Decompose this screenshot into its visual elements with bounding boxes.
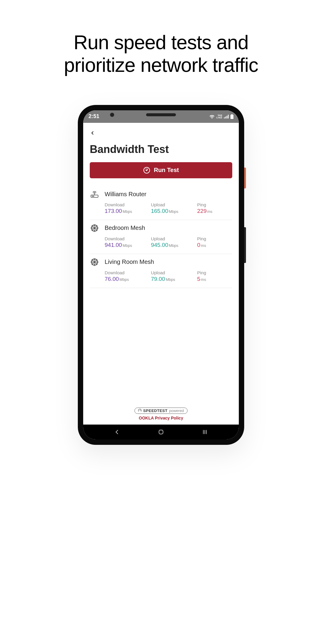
phone-speaker [146, 113, 176, 116]
svg-rect-0 [224, 117, 225, 118]
signal-icon [224, 114, 229, 119]
download-unit: Mbps [123, 243, 132, 248]
speedtest-gauge-icon [138, 409, 142, 412]
wifi-icon [209, 114, 215, 119]
download-label: Download [105, 270, 148, 275]
upload-label: Upload [151, 202, 195, 207]
ping-unit: ms [207, 209, 212, 214]
status-icons: Vo)) LTE2 [209, 114, 233, 119]
svg-point-13 [92, 196, 93, 196]
nav-recents-icon[interactable] [202, 429, 208, 435]
download-value: 76.00 [105, 276, 119, 282]
ping-unit: ms [201, 277, 206, 282]
upload-value: 945.00 [151, 242, 168, 248]
upload-value: 165.00 [151, 208, 168, 214]
download-unit: Mbps [123, 209, 132, 214]
ping-value: 229 [197, 208, 207, 214]
ping-value: 5 [197, 276, 200, 282]
speedtest-brand: SPEEDTEST [143, 408, 168, 413]
svg-rect-43 [159, 430, 163, 434]
mesh-icon [90, 258, 99, 266]
mesh-icon [90, 224, 99, 232]
device-name: Bedroom Mesh [105, 225, 145, 231]
nav-home-icon[interactable] [158, 429, 164, 435]
status-lte: LTE2 [216, 117, 222, 119]
download-label: Download [105, 202, 148, 207]
ping-unit: ms [201, 243, 206, 248]
download-value: 941.00 [105, 242, 122, 248]
svg-point-14 [93, 196, 94, 196]
router-icon [90, 191, 99, 198]
status-bar: 2:51 Vo)) LTE2 [83, 110, 239, 123]
svg-rect-3 [228, 115, 229, 118]
device-row: Living Room Mesh Download 76.00Mbps Uplo… [90, 254, 232, 288]
upload-label: Upload [151, 270, 195, 275]
ping-label: Ping [197, 270, 232, 275]
phone-power-button [244, 168, 246, 188]
upload-unit: Mbps [169, 243, 178, 248]
page-title: Bandwidth Test [90, 143, 232, 156]
svg-line-10 [145, 169, 146, 169]
android-nav-bar [83, 425, 239, 439]
device-name: Williams Router [105, 191, 146, 198]
nav-back-icon[interactable] [114, 429, 120, 435]
download-label: Download [105, 236, 148, 241]
footer: SPEEDTEST powered OOKLA Privacy Policy [90, 408, 232, 425]
upload-unit: Mbps [166, 277, 175, 282]
gauge-icon [143, 167, 150, 174]
battery-icon [230, 114, 233, 119]
download-unit: Mbps [120, 277, 129, 282]
device-name: Living Room Mesh [105, 258, 154, 265]
svg-line-42 [140, 410, 140, 411]
device-row: Bedroom Mesh Download 941.00Mbps Upload … [90, 220, 232, 254]
run-test-button[interactable]: Run Test [90, 162, 232, 178]
upload-unit: Mbps [169, 209, 178, 214]
svg-rect-4 [231, 114, 233, 115]
ping-label: Ping [197, 236, 232, 241]
ping-value: 0 [197, 242, 200, 248]
device-list: Williams Router Download 173.00Mbps Uplo… [90, 187, 232, 408]
ping-label: Ping [197, 202, 232, 207]
speedtest-badge: SPEEDTEST powered [134, 408, 188, 414]
promo-title: Run speed tests and prioritize network t… [0, 31, 322, 77]
upload-value: 79.00 [151, 276, 165, 282]
status-time: 2:51 [89, 113, 99, 120]
phone-volume-button [244, 227, 246, 263]
phone-camera [110, 113, 114, 117]
speedtest-suffix: powered [169, 408, 184, 413]
upload-label: Upload [151, 236, 195, 241]
phone-mockup: 2:51 Vo)) LTE2 Bandwidth T [78, 105, 244, 445]
svg-rect-1 [225, 117, 226, 118]
svg-rect-2 [227, 116, 227, 118]
back-button[interactable] [90, 128, 95, 137]
device-row: Williams Router Download 173.00Mbps Uplo… [90, 187, 232, 220]
privacy-policy-link[interactable]: OOKLA Privacy Policy [90, 416, 232, 420]
promo-title-line1: Run speed tests and [0, 31, 322, 54]
promo-title-line2: prioritize network traffic [0, 54, 322, 77]
svg-rect-5 [230, 115, 233, 119]
download-value: 173.00 [105, 208, 122, 214]
run-test-label: Run Test [154, 167, 179, 174]
